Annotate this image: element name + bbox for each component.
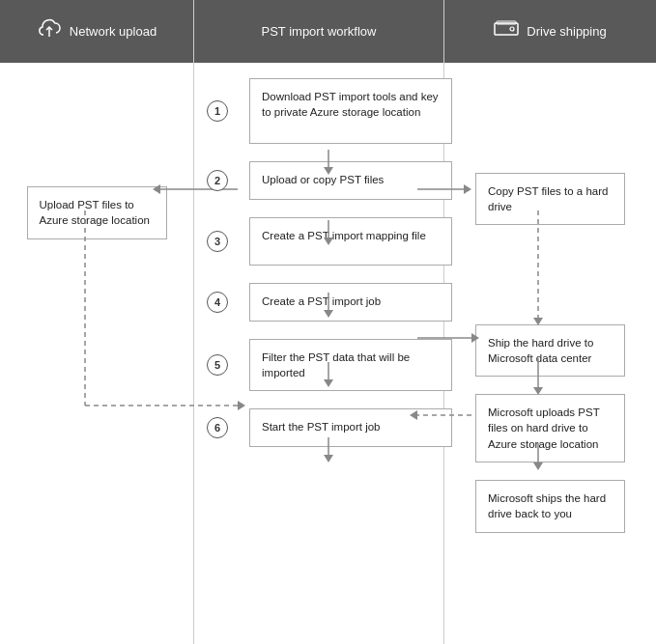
right-box-1: Copy PST files to a hard drive: [475, 173, 625, 225]
step-6-number: 6: [207, 417, 228, 438]
left-column: Network upload Upload PST files to Azure…: [0, 0, 193, 644]
right-column: Drive shipping Copy PST files to a hard …: [444, 0, 656, 644]
left-header: Network upload: [0, 0, 193, 63]
step-4-text: Create a PST import job: [262, 295, 381, 307]
right-box-4-text: Microsoft ships the hard drive back to y…: [488, 492, 606, 519]
network-upload-text: Upload PST files to Azure storage locati…: [40, 199, 150, 226]
step-2-number: 2: [207, 170, 228, 191]
right-box-3: Microsoft uploads PST files on hard driv…: [475, 394, 625, 462]
center-header: PST import workflow: [194, 0, 443, 63]
right-boxes: Copy PST files to a hard drive Ship the …: [444, 63, 656, 533]
right-box-4: Microsoft ships the hard drive back to y…: [475, 480, 625, 533]
step-1-box: Download PST import tools and key to pri…: [249, 78, 452, 144]
drive-icon: [494, 20, 519, 42]
step-4-number: 4: [207, 292, 228, 313]
step-2-box: Upload or copy PST files: [249, 161, 452, 200]
step-5-number: 5: [207, 354, 228, 376]
step-6-text: Start the PST import job: [262, 421, 381, 433]
step-5-box: Filter the PST data that will be importe…: [249, 339, 452, 391]
right-box-2-text: Ship the hard drive to Microsoft data ce…: [488, 337, 593, 364]
svg-point-30: [510, 27, 514, 31]
left-header-label: Network upload: [70, 24, 157, 39]
step-1-number: 1: [207, 100, 228, 122]
center-steps: 1 Download PST import tools and key to p…: [194, 63, 443, 447]
center-header-label: PST import workflow: [262, 24, 377, 39]
right-header: Drive shipping: [444, 0, 656, 63]
right-header-label: Drive shipping: [527, 24, 606, 39]
step-3-text: Create a PST import mapping file: [262, 230, 426, 241]
step-3-number: 3: [207, 231, 228, 252]
right-box-3-text: Microsoft uploads PST files on hard driv…: [488, 406, 599, 449]
step-1-text: Download PST import tools and key to pri…: [262, 91, 439, 118]
right-box-1-text: Copy PST files to a hard drive: [488, 185, 608, 212]
step-3-box: Create a PST import mapping file: [249, 217, 452, 266]
step-4-box: Create a PST import job: [249, 283, 452, 322]
right-box-2: Ship the hard drive to Microsoft data ce…: [475, 324, 625, 377]
cloud-upload-icon: [37, 18, 62, 44]
step-5-text: Filter the PST data that will be importe…: [262, 351, 410, 378]
step-2-text: Upload or copy PST files: [262, 174, 384, 185]
network-upload-box: Upload PST files to Azure storage locati…: [27, 186, 167, 239]
diagram-container: Network upload Upload PST files to Azure…: [0, 0, 656, 644]
step-6-box: Start the PST import job: [249, 408, 452, 447]
center-column: PST import workflow 1 Download PST impor…: [193, 0, 444, 644]
